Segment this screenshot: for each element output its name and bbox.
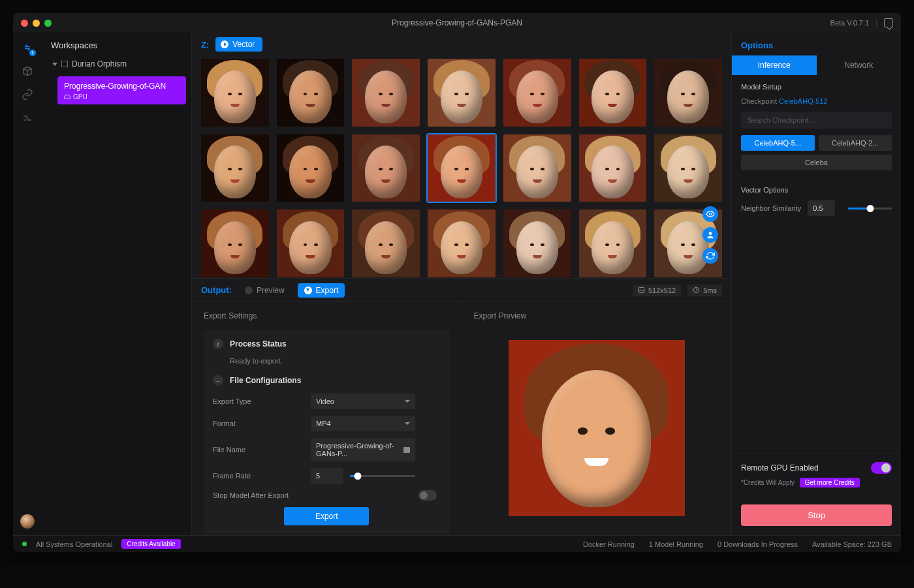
- info-icon: i: [213, 339, 223, 349]
- link-icon[interactable]: [22, 89, 33, 101]
- models-status: 1 Model Running: [649, 540, 703, 548]
- thumbnail[interactable]: [352, 134, 420, 202]
- play-icon: [221, 40, 228, 48]
- export-type-label: Export Type: [213, 397, 311, 405]
- z-bar: Z: Vector: [192, 33, 731, 56]
- chat-icon[interactable]: [884, 18, 893, 27]
- stop-button[interactable]: Stop: [741, 504, 892, 526]
- view-icon[interactable]: [702, 206, 718, 222]
- export-icon: [304, 286, 312, 294]
- status-dot-icon: [22, 542, 27, 546]
- close-icon[interactable]: [21, 20, 28, 27]
- cube-icon[interactable]: [22, 65, 33, 77]
- frame-icon: [61, 61, 68, 67]
- project-name: Durian Orphism: [72, 59, 127, 69]
- gpu-card: Remote GPU Enabled *Credits Will Apply G…: [732, 454, 901, 495]
- export-preview-panel: Export Preview: [462, 302, 732, 535]
- thumbnail[interactable]: [201, 134, 269, 202]
- thumbnail[interactable]: [579, 59, 647, 127]
- inference-tab[interactable]: Inference: [732, 55, 817, 75]
- titlebar: Progressive-Growing-of-GANs-PGAN Beta V.…: [13, 13, 901, 33]
- thumbnail[interactable]: [503, 209, 571, 277]
- downloads-status: 0 Downloads In Progress: [717, 540, 798, 548]
- checkpoint-chip[interactable]: CelebAHQ-2...: [819, 135, 892, 151]
- preview-tab[interactable]: Preview: [238, 283, 291, 298]
- filename-label: File Name: [213, 446, 311, 454]
- framerate-slider[interactable]: [350, 475, 415, 477]
- vector-options-header: Vector Options: [741, 186, 892, 194]
- credits-badge[interactable]: Credits Available: [121, 539, 180, 549]
- resolution-badge: 512x512: [633, 285, 681, 296]
- thumbnail[interactable]: [579, 209, 647, 277]
- thumbnail[interactable]: [277, 209, 345, 277]
- checkpoint-chip[interactable]: CelebAHQ-5...: [741, 135, 815, 151]
- checkpoint-link[interactable]: CelebAHQ-512: [779, 97, 828, 105]
- filename-input[interactable]: Progressive-Growing-of-GANs-P...: [311, 438, 415, 461]
- project-row[interactable]: Durian Orphism: [47, 55, 186, 72]
- network-tab[interactable]: Network: [817, 55, 902, 75]
- output-bar: Output: Preview Export 512x512: [192, 278, 731, 302]
- swap-icon[interactable]: 1: [22, 42, 33, 54]
- latency-badge: 5ms: [687, 285, 722, 296]
- thumbnail[interactable]: [503, 59, 571, 127]
- neighbor-label: Neighbor Similarity: [741, 204, 801, 212]
- export-preview-title: Export Preview: [474, 311, 720, 320]
- thumbnail[interactable]: [201, 59, 269, 127]
- thumbnail[interactable]: [428, 209, 496, 277]
- maximize-icon[interactable]: [44, 20, 52, 27]
- sidebar: Workspaces Durian Orphism Progressive-Gr…: [42, 33, 192, 535]
- gpu-note: *Credits Will Apply: [741, 479, 795, 486]
- collapse-icon[interactable]: –: [213, 375, 223, 386]
- file-config-header: File Configurations: [230, 376, 301, 385]
- stop-after-label: Stop Model After Export: [213, 491, 311, 499]
- get-credits-button[interactable]: Get more Credits: [800, 478, 860, 487]
- thumbnail[interactable]: [277, 134, 345, 202]
- model-setup-header: Model Setup: [741, 83, 892, 91]
- thumbnail[interactable]: [277, 59, 345, 127]
- export-button[interactable]: Export: [284, 507, 369, 525]
- format-label: Format: [213, 420, 311, 427]
- export-tab[interactable]: Export: [298, 283, 345, 298]
- thumbnail[interactable]: [428, 134, 496, 202]
- beta-version: Beta V.0.7.1: [830, 19, 870, 27]
- preview-icon: [245, 286, 253, 294]
- vector-button[interactable]: Vector: [215, 37, 262, 52]
- main-area: Z: Vector: [192, 33, 731, 535]
- checkpoint-search-input[interactable]: [741, 112, 892, 129]
- checkpoint-chip[interactable]: Celeba: [741, 155, 892, 170]
- neighbor-slider[interactable]: [848, 208, 892, 209]
- thumbnail[interactable]: [654, 134, 722, 202]
- neighbor-value[interactable]: 0.5: [808, 200, 835, 216]
- model-item[interactable]: Progressive-Growing-of-GAN GPU: [57, 76, 186, 104]
- docker-status: Docker Running: [583, 540, 635, 548]
- thumbnail[interactable]: [503, 134, 571, 202]
- sidebar-header: Workspaces: [42, 33, 191, 55]
- thumbnail[interactable]: [201, 209, 269, 277]
- flow-icon[interactable]: [22, 112, 33, 124]
- gpu-title: Remote GPU Enabled: [741, 463, 819, 472]
- nav-rail: 1: [13, 33, 42, 535]
- folder-icon[interactable]: [403, 447, 410, 453]
- framerate-input[interactable]: 5: [311, 468, 343, 484]
- gpu-toggle[interactable]: [871, 462, 892, 474]
- thumbnail[interactable]: [428, 59, 496, 127]
- space-status: Available Space: 223 GB: [812, 540, 892, 548]
- export-settings-title: Export Settings: [204, 311, 450, 320]
- options-header: Options: [732, 33, 901, 50]
- thumbnail[interactable]: [579, 134, 647, 202]
- window-controls[interactable]: [21, 20, 52, 27]
- process-status-msg: Ready to export.: [230, 357, 441, 365]
- person-icon[interactable]: [702, 227, 718, 243]
- thumbnail[interactable]: [352, 59, 420, 127]
- model-name: Progressive-Growing-of-GAN: [64, 82, 180, 91]
- stop-after-toggle[interactable]: [418, 490, 437, 501]
- thumbnail[interactable]: [352, 209, 420, 277]
- user-avatar[interactable]: [20, 514, 35, 529]
- minimize-icon[interactable]: [33, 20, 40, 27]
- export-type-select[interactable]: Video: [311, 394, 415, 409]
- thumbnail[interactable]: [654, 59, 722, 127]
- checkpoint-label: Checkpoint: [741, 97, 777, 105]
- format-select[interactable]: MP4: [311, 416, 415, 431]
- refresh-icon[interactable]: [702, 248, 718, 264]
- chevron-down-icon: [405, 400, 410, 403]
